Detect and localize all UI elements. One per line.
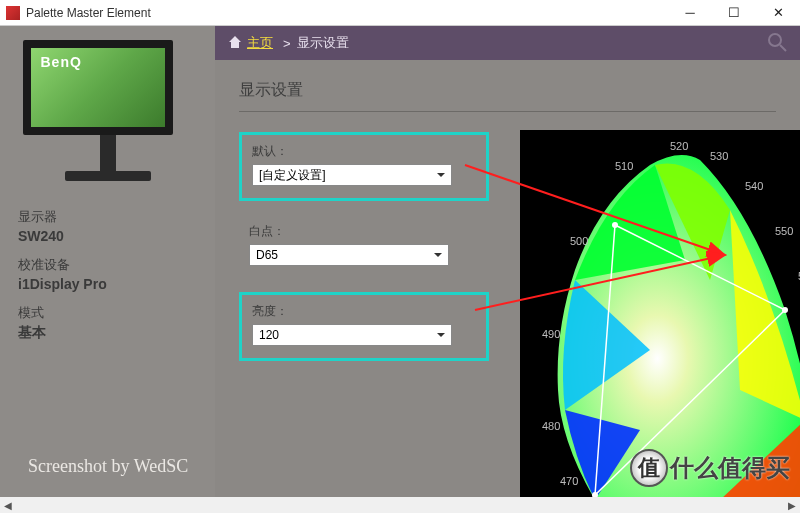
brightness-label: 亮度：	[252, 303, 476, 320]
svg-text:470: 470	[560, 475, 578, 487]
divider	[239, 111, 776, 112]
svg-point-3	[782, 307, 788, 313]
svg-text:500: 500	[570, 235, 588, 247]
horizontal-scrollbar[interactable]: ◀ ▶	[0, 497, 800, 513]
mode-value: 基本	[18, 324, 197, 342]
maximize-button[interactable]: ☐	[712, 0, 756, 26]
titlebar: Palette Master Element ─ ☐ ✕	[0, 0, 800, 26]
brightness-group: 亮度： 120	[239, 292, 489, 361]
page-title: 显示设置	[239, 80, 776, 101]
scroll-right-icon[interactable]: ▶	[784, 497, 800, 513]
brightness-value: 120	[259, 328, 279, 342]
gamut-chart: 520 530 540 550 560 570 510 500 490 480 …	[520, 130, 800, 497]
close-button[interactable]: ✕	[756, 0, 800, 26]
brand-logo: BenQ	[41, 54, 82, 70]
whitepoint-value: D65	[256, 248, 278, 262]
whitepoint-group: 白点： D65	[239, 215, 489, 278]
breadcrumb-current: 显示设置	[297, 34, 349, 52]
watermark-badge: 值 什么值得买	[630, 449, 790, 487]
preset-value: [自定义设置]	[259, 167, 326, 184]
content-area: 显示设置 默认： [自定义设置] 白点： D65 亮度： 120	[215, 60, 800, 497]
device-label: 校准设备	[18, 256, 197, 274]
device-value: i1Display Pro	[18, 276, 197, 292]
svg-text:490: 490	[542, 328, 560, 340]
svg-text:540: 540	[745, 180, 763, 192]
svg-text:530: 530	[710, 150, 728, 162]
preset-group: 默认： [自定义设置]	[239, 132, 489, 201]
badge-icon: 值	[630, 449, 668, 487]
breadcrumb: 主页 > 显示设置	[215, 26, 800, 60]
monitor-label: 显示器	[18, 208, 197, 226]
preset-select[interactable]: [自定义设置]	[252, 164, 452, 186]
monitor-value: SW240	[18, 228, 197, 244]
whitepoint-select[interactable]: D65	[249, 244, 449, 266]
svg-point-4	[612, 222, 618, 228]
preset-label: 默认：	[252, 143, 476, 160]
svg-text:550: 550	[775, 225, 793, 237]
monitor-image: BenQ	[23, 40, 193, 190]
whitepoint-label: 白点：	[249, 223, 479, 240]
scroll-track[interactable]	[16, 497, 784, 513]
breadcrumb-separator: >	[283, 36, 291, 51]
minimize-button[interactable]: ─	[668, 0, 712, 26]
brightness-select[interactable]: 120	[252, 324, 452, 346]
svg-text:520: 520	[670, 140, 688, 152]
breadcrumb-home[interactable]: 主页	[247, 34, 273, 52]
badge-text: 什么值得买	[670, 452, 790, 484]
window-title: Palette Master Element	[26, 6, 668, 20]
svg-text:480: 480	[542, 420, 560, 432]
sidebar: BenQ 显示器 SW240 校准设备 i1Display Pro 模式 基本 …	[0, 26, 215, 497]
app-icon	[6, 6, 20, 20]
watermark: Screenshot by WedSC	[28, 456, 188, 477]
svg-text:510: 510	[615, 160, 633, 172]
svg-line-1	[780, 45, 786, 51]
scroll-left-icon[interactable]: ◀	[0, 497, 16, 513]
home-icon[interactable]	[227, 34, 243, 53]
mode-label: 模式	[18, 304, 197, 322]
search-icon[interactable]	[766, 31, 788, 56]
svg-point-0	[769, 34, 781, 46]
